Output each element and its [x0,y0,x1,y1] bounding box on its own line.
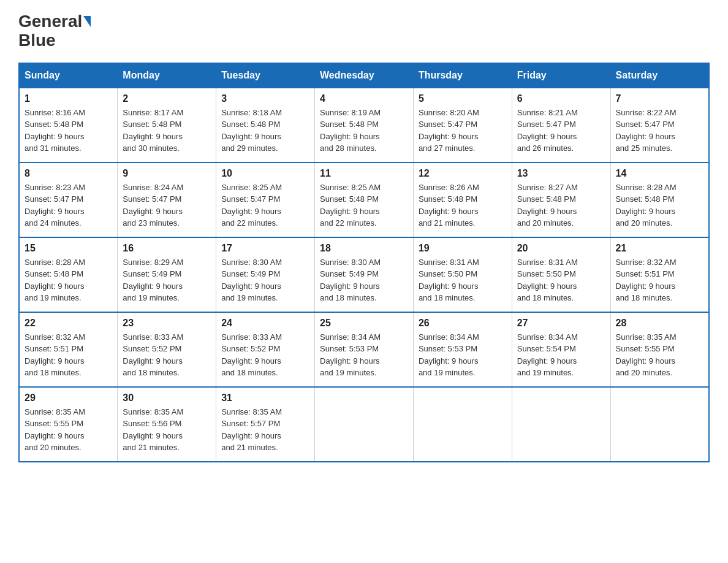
day-info: Sunrise: 8:24 AM Sunset: 5:47 PM Dayligh… [123,182,211,229]
day-info: Sunrise: 8:35 AM Sunset: 5:56 PM Dayligh… [123,406,211,454]
calendar-cell: 15 Sunrise: 8:28 AM Sunset: 5:48 PM Dayl… [19,237,118,312]
day-info: Sunrise: 8:33 AM Sunset: 5:52 PM Dayligh… [221,331,309,379]
day-info: Sunrise: 8:29 AM Sunset: 5:49 PM Dayligh… [123,256,211,304]
day-info: Sunrise: 8:18 AM Sunset: 5:48 PM Dayligh… [221,107,309,155]
day-info: Sunrise: 8:34 AM Sunset: 5:53 PM Dayligh… [419,331,507,379]
day-info: Sunrise: 8:32 AM Sunset: 5:51 PM Dayligh… [616,256,703,304]
day-number: 26 [419,318,507,329]
day-number: 30 [123,393,211,404]
week-row-1: 1 Sunrise: 8:16 AM Sunset: 5:48 PM Dayli… [19,88,709,163]
calendar-cell: 16 Sunrise: 8:29 AM Sunset: 5:49 PM Dayl… [118,237,216,312]
day-info: Sunrise: 8:20 AM Sunset: 5:47 PM Dayligh… [419,107,507,155]
calendar-cell: 5 Sunrise: 8:20 AM Sunset: 5:47 PM Dayli… [413,88,512,163]
calendar-table: SundayMondayTuesdayWednesdayThursdayFrid… [18,63,710,462]
day-number: 24 [221,318,309,329]
day-info: Sunrise: 8:27 AM Sunset: 5:48 PM Dayligh… [517,182,605,229]
calendar-cell [610,387,709,462]
day-number: 2 [123,93,211,104]
header-tuesday: Tuesday [216,63,315,88]
day-number: 21 [616,243,703,254]
header-sunday: Sunday [19,63,118,88]
week-row-5: 29 Sunrise: 8:35 AM Sunset: 5:55 PM Dayl… [19,387,709,462]
calendar-cell: 29 Sunrise: 8:35 AM Sunset: 5:55 PM Dayl… [19,387,118,462]
day-info: Sunrise: 8:25 AM Sunset: 5:47 PM Dayligh… [221,182,309,229]
day-info: Sunrise: 8:22 AM Sunset: 5:47 PM Dayligh… [616,107,703,155]
logo-blue-text: Blue [18,31,56,50]
day-number: 27 [517,318,605,329]
day-number: 3 [221,93,309,104]
day-info: Sunrise: 8:35 AM Sunset: 5:55 PM Dayligh… [616,331,703,379]
calendar-cell: 12 Sunrise: 8:26 AM Sunset: 5:48 PM Dayl… [413,163,512,237]
day-info: Sunrise: 8:21 AM Sunset: 5:47 PM Dayligh… [517,107,605,155]
day-number: 22 [25,318,112,329]
calendar-cell: 18 Sunrise: 8:30 AM Sunset: 5:49 PM Dayl… [315,237,414,312]
day-info: Sunrise: 8:34 AM Sunset: 5:53 PM Dayligh… [320,331,408,379]
day-info: Sunrise: 8:35 AM Sunset: 5:55 PM Dayligh… [25,406,112,454]
day-info: Sunrise: 8:25 AM Sunset: 5:48 PM Dayligh… [320,182,408,229]
day-number: 19 [419,243,507,254]
day-number: 14 [616,168,703,179]
day-info: Sunrise: 8:23 AM Sunset: 5:47 PM Dayligh… [25,182,112,229]
calendar-cell: 9 Sunrise: 8:24 AM Sunset: 5:47 PM Dayli… [118,163,216,237]
header-thursday: Thursday [413,63,512,88]
day-number: 16 [123,243,211,254]
header-saturday: Saturday [610,63,709,88]
day-number: 10 [221,168,309,179]
calendar-cell: 11 Sunrise: 8:25 AM Sunset: 5:48 PM Dayl… [315,163,414,237]
day-number: 6 [517,93,605,104]
calendar-cell: 21 Sunrise: 8:32 AM Sunset: 5:51 PM Dayl… [610,237,709,312]
calendar-cell: 28 Sunrise: 8:35 AM Sunset: 5:55 PM Dayl… [610,312,709,387]
day-number: 23 [123,318,211,329]
day-number: 25 [320,318,408,329]
week-row-4: 22 Sunrise: 8:32 AM Sunset: 5:51 PM Dayl… [19,312,709,387]
calendar-cell: 30 Sunrise: 8:35 AM Sunset: 5:56 PM Dayl… [118,387,216,462]
calendar-cell: 6 Sunrise: 8:21 AM Sunset: 5:47 PM Dayli… [512,88,610,163]
day-info: Sunrise: 8:16 AM Sunset: 5:48 PM Dayligh… [25,107,112,155]
calendar-header-row: SundayMondayTuesdayWednesdayThursdayFrid… [19,63,709,88]
page-header: General Blue [18,12,710,50]
calendar-cell: 27 Sunrise: 8:34 AM Sunset: 5:54 PM Dayl… [512,312,610,387]
calendar-cell: 25 Sunrise: 8:34 AM Sunset: 5:53 PM Dayl… [315,312,414,387]
calendar-cell [512,387,610,462]
day-info: Sunrise: 8:35 AM Sunset: 5:57 PM Dayligh… [221,406,309,454]
day-number: 5 [419,93,507,104]
calendar-cell: 3 Sunrise: 8:18 AM Sunset: 5:48 PM Dayli… [216,88,315,163]
day-number: 18 [320,243,408,254]
day-info: Sunrise: 8:26 AM Sunset: 5:48 PM Dayligh… [419,182,507,229]
calendar-cell: 26 Sunrise: 8:34 AM Sunset: 5:53 PM Dayl… [413,312,512,387]
day-number: 1 [25,93,112,104]
day-number: 29 [25,393,112,404]
logo-general-text: General [18,12,82,31]
day-info: Sunrise: 8:28 AM Sunset: 5:48 PM Dayligh… [25,256,112,304]
calendar-cell: 14 Sunrise: 8:28 AM Sunset: 5:48 PM Dayl… [610,163,709,237]
calendar-cell [315,387,414,462]
calendar-cell: 8 Sunrise: 8:23 AM Sunset: 5:47 PM Dayli… [19,163,118,237]
calendar-cell: 23 Sunrise: 8:33 AM Sunset: 5:52 PM Dayl… [118,312,216,387]
header-friday: Friday [512,63,610,88]
week-row-3: 15 Sunrise: 8:28 AM Sunset: 5:48 PM Dayl… [19,237,709,312]
day-number: 31 [221,393,309,404]
day-info: Sunrise: 8:31 AM Sunset: 5:50 PM Dayligh… [419,256,507,304]
calendar-cell: 13 Sunrise: 8:27 AM Sunset: 5:48 PM Dayl… [512,163,610,237]
day-number: 15 [25,243,112,254]
day-number: 9 [123,168,211,179]
logo: General Blue [18,12,91,50]
day-info: Sunrise: 8:31 AM Sunset: 5:50 PM Dayligh… [517,256,605,304]
header-wednesday: Wednesday [315,63,414,88]
day-number: 7 [616,93,703,104]
day-number: 12 [419,168,507,179]
day-info: Sunrise: 8:30 AM Sunset: 5:49 PM Dayligh… [221,256,309,304]
day-info: Sunrise: 8:34 AM Sunset: 5:54 PM Dayligh… [517,331,605,379]
day-info: Sunrise: 8:30 AM Sunset: 5:49 PM Dayligh… [320,256,408,304]
calendar-cell: 20 Sunrise: 8:31 AM Sunset: 5:50 PM Dayl… [512,237,610,312]
calendar-cell: 10 Sunrise: 8:25 AM Sunset: 5:47 PM Dayl… [216,163,315,237]
day-number: 4 [320,93,408,104]
day-info: Sunrise: 8:33 AM Sunset: 5:52 PM Dayligh… [123,331,211,379]
day-number: 17 [221,243,309,254]
calendar-cell: 1 Sunrise: 8:16 AM Sunset: 5:48 PM Dayli… [19,88,118,163]
day-number: 20 [517,243,605,254]
calendar-cell: 4 Sunrise: 8:19 AM Sunset: 5:48 PM Dayli… [315,88,414,163]
week-row-2: 8 Sunrise: 8:23 AM Sunset: 5:47 PM Dayli… [19,163,709,237]
header-monday: Monday [118,63,216,88]
calendar-cell: 19 Sunrise: 8:31 AM Sunset: 5:50 PM Dayl… [413,237,512,312]
